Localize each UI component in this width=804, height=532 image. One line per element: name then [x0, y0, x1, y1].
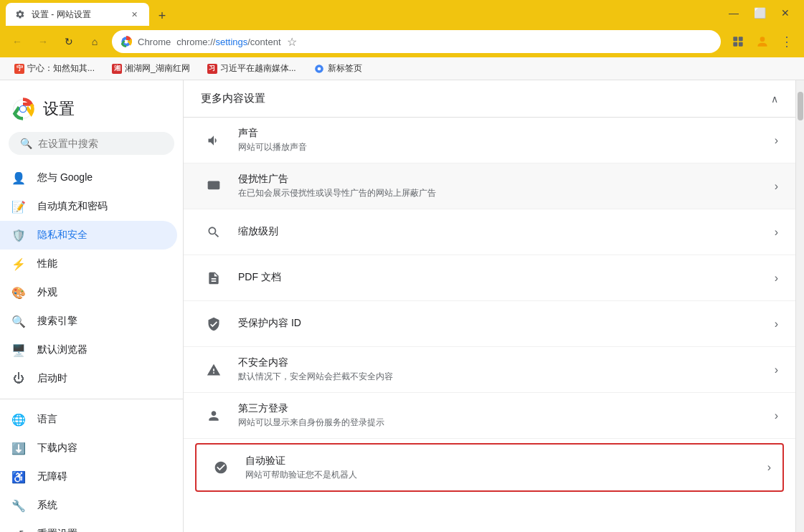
sidebar: 设置 🔍 👤 您与 Google 📝 自动填充和密码 🛡️ 隐私和安全 ⚡ 性能…	[0, 80, 184, 532]
sidebar-item-autofill[interactable]: 📝 自动填充和密码	[0, 192, 177, 221]
tab-close-button[interactable]: ✕	[128, 8, 141, 21]
search-icon: 🔍	[20, 138, 32, 149]
settings-header: 设置	[0, 92, 183, 132]
content-item-pdf[interactable]: PDF 文档 ›	[184, 255, 795, 301]
content-item-third-party-login-title: 第三方登录	[238, 402, 769, 415]
sidebar-performance-label: 性能	[37, 257, 57, 270]
sidebar-startup-label: 启动时	[37, 372, 67, 385]
svg-point-8	[317, 67, 321, 70]
tab-title: 设置 - 网站设置	[32, 9, 91, 21]
bookmark-star-icon[interactable]: ☆	[287, 35, 297, 49]
nav-right-buttons: ⋮	[727, 30, 798, 53]
content-item-auto-verify[interactable]: 自动验证 网站可帮助验证您不是机器人 ›	[197, 445, 782, 490]
home-button[interactable]: ⌂	[83, 30, 106, 53]
sidebar-item-google[interactable]: 👤 您与 Google	[0, 163, 177, 192]
collapse-button[interactable]: ∧	[771, 93, 778, 105]
svg-rect-2	[733, 37, 737, 41]
minimize-button[interactable]: —	[727, 6, 741, 20]
content-item-zoom-arrow: ›	[775, 226, 778, 239]
content-item-third-party-login[interactable]: 第三方登录 网站可以显示来自身份服务的登录提示 ›	[184, 393, 795, 439]
content-item-zoom-title: 缩放级别	[238, 225, 769, 238]
content-item-sound[interactable]: 声音 网站可以播放声音 ›	[184, 118, 795, 163]
content-item-pdf-text: PDF 文档	[238, 271, 769, 285]
sidebar-item-browser[interactable]: 🖥️ 默认浏览器	[0, 336, 177, 364]
tab-settings-icon	[14, 9, 26, 20]
profile-button[interactable]	[751, 30, 774, 53]
content-item-sound-title: 声音	[238, 127, 769, 140]
sidebar-item-accessibility[interactable]: ♿ 无障碍	[0, 462, 177, 491]
content-item-zoom[interactable]: 缩放级别 ›	[184, 209, 795, 255]
content-item-protected-content[interactable]: 受保护内容 ID ›	[184, 301, 795, 347]
maximize-button[interactable]: ⬜	[752, 6, 767, 20]
close-button[interactable]: ✕	[778, 6, 793, 20]
sidebar-item-startup[interactable]: ⏻ 启动时	[0, 364, 177, 393]
bookmark-xijinping[interactable]: 习 习近平在越南媒体...	[202, 61, 302, 76]
refresh-button[interactable]: ↻	[57, 30, 80, 53]
content-item-unsafe-content[interactable]: 不安全内容 默认情况下，安全网站会拦截不安全内容 ›	[184, 347, 795, 393]
sidebar-search-icon: 🔍	[11, 314, 26, 328]
content-item-intrusive-ads-arrow: ›	[775, 180, 778, 193]
settings-search-box[interactable]: 🔍	[9, 132, 174, 155]
new-tab-button[interactable]: +	[152, 6, 172, 26]
content-item-protected-content-title: 受保护内容 ID	[238, 317, 769, 330]
forward-button[interactable]: →	[32, 30, 55, 53]
content-item-unsafe-content-text: 不安全内容 默认情况下，安全网站会拦截不安全内容	[238, 356, 769, 383]
content-item-protected-content-text: 受保护内容 ID	[238, 317, 769, 331]
bookmarks-bar: 宁 宁心：知然知其... 湘 湘湖网_湖南红网 习 习近平在越南媒体... 新标…	[0, 57, 804, 80]
forward-icon: →	[38, 36, 48, 47]
sidebar-performance-icon: ⚡	[11, 257, 26, 271]
content-item-third-party-login-text: 第三方登录 网站可以显示来自身份服务的登录提示	[238, 402, 769, 429]
bookmark-newtab[interactable]: 新标签页	[308, 61, 368, 76]
scrollbar[interactable]	[795, 80, 804, 532]
content-item-auto-verify-text: 自动验证 网站可帮助验证您不是机器人	[245, 455, 762, 481]
extensions-button[interactable]	[727, 30, 749, 53]
content-item-auto-verify-subtitle: 网站可帮助验证您不是机器人	[245, 469, 762, 481]
sidebar-appearance-icon: 🎨	[11, 285, 26, 300]
menu-button[interactable]: ⋮	[775, 30, 798, 53]
settings-search-input[interactable]	[38, 138, 164, 149]
sidebar-item-reset[interactable]: ↺ 重置设置	[0, 520, 177, 532]
sidebar-reset-label: 重置设置	[37, 528, 77, 532]
content-item-intrusive-ads[interactable]: 侵扰性广告 在已知会展示侵扰性或误导性广告的网站上屏蔽广告 ›	[184, 163, 795, 209]
content-item-intrusive-ads-text: 侵扰性广告 在已知会展示侵扰性或误导性广告的网站上屏蔽广告	[238, 173, 769, 199]
content-item-intrusive-ads-subtitle: 在已知会展示侵扰性或误导性广告的网站上屏蔽广告	[238, 187, 769, 199]
bookmark-xijinping-label: 习近平在越南媒体...	[220, 62, 296, 75]
svg-point-11	[20, 106, 26, 112]
back-button[interactable]: ←	[6, 30, 29, 53]
content-item-auto-verify-wrapper: 自动验证 网站可帮助验证您不是机器人 ›	[195, 443, 784, 492]
bookmark-xijinping-icon: 习	[207, 64, 217, 74]
window-controls: — ⬜ ✕	[727, 6, 798, 20]
sidebar-item-privacy[interactable]: 🛡️ 隐私和安全	[0, 221, 177, 250]
content-item-intrusive-ads-icon-wrap	[201, 174, 227, 199]
content-item-protected-content-arrow: ›	[775, 318, 778, 331]
sidebar-item-performance[interactable]: ⚡ 性能	[0, 250, 177, 278]
bookmark-ningxin[interactable]: 宁 宁心：知然知其...	[9, 61, 100, 76]
content-item-sound-arrow: ›	[775, 134, 778, 147]
bookmark-xianghu[interactable]: 湘 湘湖网_湖南红网	[106, 61, 196, 76]
sidebar-item-system[interactable]: 🔧 系统	[0, 491, 177, 520]
url-text: chrome://settings/content	[176, 37, 280, 47]
bookmark-ningxin-icon: 宁	[14, 64, 24, 74]
sidebar-item-language[interactable]: 🌐 语言	[0, 405, 177, 434]
svg-point-1	[124, 39, 128, 43]
sidebar-language-icon: 🌐	[11, 412, 26, 427]
sidebar-accessibility-label: 无障碍	[37, 470, 67, 483]
sidebar-item-download[interactable]: ⬇️ 下载内容	[0, 434, 177, 462]
bookmark-newtab-label: 新标签页	[328, 62, 362, 75]
chrome-logo	[11, 98, 34, 120]
scrollbar-thumb[interactable]	[798, 92, 803, 120]
bookmark-newtab-icon	[313, 63, 325, 75]
sidebar-divider	[0, 399, 183, 399]
section-title: 更多内容设置	[201, 92, 265, 105]
content-item-auto-verify-icon-wrap	[208, 455, 234, 480]
active-tab[interactable]: 设置 - 网站设置 ✕	[6, 3, 149, 26]
sidebar-item-appearance[interactable]: 🎨 外观	[0, 278, 177, 307]
sidebar-item-search[interactable]: 🔍 搜索引擎	[0, 307, 177, 336]
sidebar-download-label: 下载内容	[37, 442, 77, 455]
sidebar-browser-icon: 🖥️	[11, 343, 26, 357]
content-item-unsafe-content-arrow: ›	[775, 364, 778, 376]
tab-group: 设置 - 网站设置 ✕ +	[6, 0, 172, 26]
refresh-icon: ↻	[65, 36, 73, 47]
svg-point-6	[760, 37, 765, 42]
address-bar[interactable]: Chrome chrome://settings/content ☆	[112, 30, 721, 53]
